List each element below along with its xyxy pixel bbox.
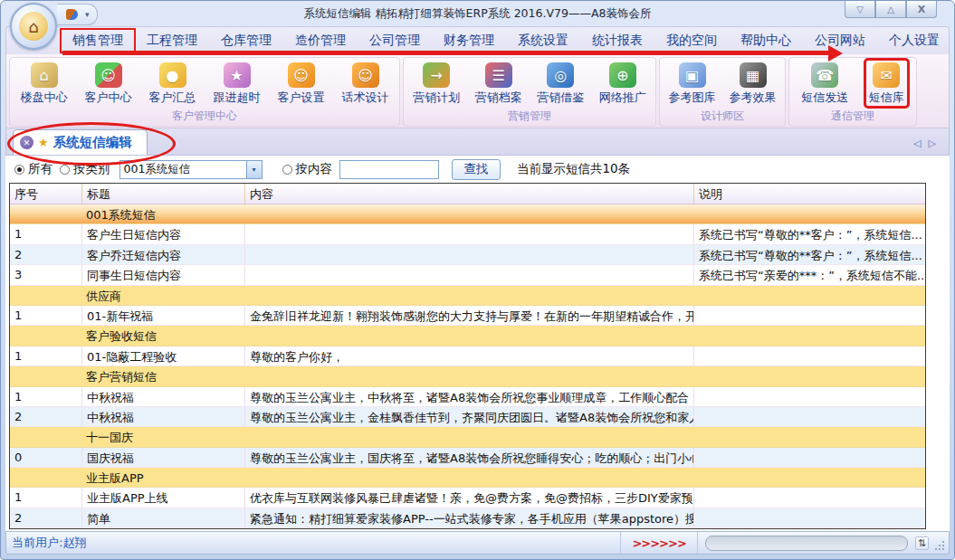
table-group-row[interactable]: 业主版APP bbox=[10, 468, 925, 488]
maximize-button[interactable]: △ bbox=[875, 1, 906, 18]
table-cell: 业主版APP上线 bbox=[82, 488, 245, 507]
menu-item-1[interactable]: 工程管理 bbox=[135, 29, 209, 52]
ribbon-button-1-1[interactable]: ☰营销档案 bbox=[472, 60, 526, 107]
ribbon-button-0-1[interactable]: ☺客户中心 bbox=[81, 60, 136, 107]
table-cell: 2 bbox=[10, 245, 82, 264]
ribbon-group-caption: 通信管理 bbox=[791, 109, 914, 126]
annotation-red-arrow-line bbox=[62, 51, 830, 55]
menu-item-6[interactable]: 系统设置 bbox=[506, 29, 580, 52]
header-note[interactable]: 说明 bbox=[694, 184, 925, 204]
tab-scroll-left-icon[interactable]: ◁ bbox=[913, 138, 921, 149]
table-cell bbox=[694, 407, 925, 426]
ribbon-button-0-5[interactable]: ☺话术设计 bbox=[339, 60, 393, 107]
app-orb-button[interactable]: ⌂ bbox=[10, 3, 57, 50]
menu-item-0[interactable]: 销售管理 bbox=[61, 29, 135, 52]
ribbon-button-label: 参考效果 bbox=[730, 90, 777, 106]
ribbon-button-label: 客户设置 bbox=[278, 90, 325, 106]
table-cell: 系统已书写“尊敬的**客户：”，系统短信... bbox=[694, 245, 925, 264]
table-row[interactable]: 101-隐蔽工程验收尊敬的客户你好， bbox=[10, 346, 925, 366]
followup-overdue-icon: ★ bbox=[224, 62, 251, 88]
ribbon-button-0-0[interactable]: ⌂楼盘中心 bbox=[17, 60, 72, 107]
ribbon-group-2: ▣参考图库▦参考效果设计师区 bbox=[659, 57, 786, 127]
table-row[interactable]: 2简单紧急通知：精打细算爱家装修APP--一站式装修专家，各手机应用（苹果app… bbox=[10, 508, 925, 528]
menu-item-3[interactable]: 造价管理 bbox=[283, 29, 358, 52]
ribbon-button-0-3[interactable]: ★跟进超时 bbox=[210, 60, 264, 107]
table-cell: 0 bbox=[10, 448, 82, 467]
table-row[interactable]: 1中秋祝福尊敬的玉兰公寓业主，中秋将至，诸暨A8装饰会所祝您事业顺理成章，工作顺… bbox=[10, 387, 925, 407]
find-button[interactable]: 查找 bbox=[452, 159, 501, 180]
ribbon-button-1-2[interactable]: ◎营销借鉴 bbox=[533, 60, 587, 107]
ribbon-group-caption: 客户管理中心 bbox=[12, 109, 397, 126]
table-row[interactable]: 0国庆祝福尊敬的玉兰公寓业主，国庆将至，诸暨A8装饰会所祝您睡得安心；吃的顺心；… bbox=[10, 448, 925, 468]
table-group-row[interactable]: 客户验收短信 bbox=[10, 326, 925, 346]
header-content[interactable]: 内容 bbox=[245, 184, 694, 204]
updown-icon[interactable]: ⇅ bbox=[915, 536, 929, 550]
sms-send-icon: ☎ bbox=[811, 62, 838, 88]
tab-system-sms-edit[interactable]: ✕ ★ 系统短信编辑 bbox=[13, 129, 148, 155]
ribbon-button-label: 话术设计 bbox=[342, 90, 389, 106]
menu-item-5[interactable]: 财务管理 bbox=[432, 29, 506, 52]
annotation-red-arrow-head bbox=[828, 45, 843, 62]
table-group-row[interactable]: 十一国庆 bbox=[10, 427, 925, 447]
table-row[interactable]: 2中秋祝福尊敬的玉兰公寓业主，金桂飘香佳节到，齐聚同庆团圆日。诸暨A8装饰会所祝… bbox=[10, 407, 925, 427]
tab-label: 系统短信编辑 bbox=[53, 134, 132, 151]
reference-effect-icon: ▦ bbox=[740, 62, 767, 88]
menu-item-4[interactable]: 公司管理 bbox=[358, 29, 432, 52]
radio-dot bbox=[14, 165, 24, 175]
menu-item-7[interactable]: 统计报表 bbox=[580, 29, 654, 52]
category-dropdown[interactable]: 001系统短信 ▾ bbox=[119, 160, 263, 179]
table-cell: 系统已书写“尊敬的**客户：”，系统短信... bbox=[694, 224, 925, 243]
radio-by-category[interactable]: 按类别 bbox=[60, 161, 110, 177]
table-group-row[interactable]: 001系统短信 bbox=[10, 204, 925, 224]
ribbon-group-0: ⌂楼盘中心☺客户中心●客户汇总★跟进超时☺客户设置☺话术设计客户管理中心 bbox=[9, 57, 400, 127]
table-cell: 中秋祝福 bbox=[82, 407, 245, 426]
table-row[interactable]: 1客户生日短信内容系统已书写“尊敬的**客户：”，系统短信... bbox=[10, 224, 925, 244]
table-cell: 同事生日短信内容 bbox=[82, 265, 245, 284]
statusbar: 当前用户:赵翔 >>>>>> ⇅ bbox=[5, 531, 950, 555]
ribbon-button-2-1[interactable]: ▦参考效果 bbox=[726, 60, 780, 107]
menu-item-8[interactable]: 我的空间 bbox=[654, 29, 729, 52]
minimize-button[interactable]: ▽ bbox=[845, 1, 875, 18]
radio-by-content[interactable]: 按内容 bbox=[282, 161, 333, 177]
content-search-input[interactable] bbox=[339, 160, 439, 179]
ribbon-button-label: 营销借鉴 bbox=[537, 90, 584, 106]
window-title: 系统短信编辑 精拓精打细算装饰ERP系统 2016.V79——A8装饰会所 bbox=[5, 6, 950, 22]
ribbon-button-0-2[interactable]: ●客户汇总 bbox=[146, 60, 200, 107]
table-row[interactable]: 101-新年祝福金兔辞旧祥龙迎新！翱翔装饰感谢您的大力支持与厚爱！在新的一年期望… bbox=[10, 306, 925, 326]
tab-close-icon[interactable]: ✕ bbox=[20, 136, 33, 149]
header-title[interactable]: 标题 bbox=[82, 184, 245, 204]
ribbon-button-1-3[interactable]: ⊕网络推广 bbox=[596, 60, 650, 107]
table-cell: 紧急通知：精打细算爱家装修APP--一站式装修专家，各手机应用（苹果appsto… bbox=[245, 508, 694, 527]
statusbar-right: >>>>>> ⇅ bbox=[620, 532, 949, 554]
table-row[interactable]: 1业主版APP上线优衣库与互联网装修风暴已肆虐诸暨！亲，免@费方案，免@费招标，… bbox=[10, 488, 925, 508]
tab-scroll-right-icon[interactable]: ▷ bbox=[929, 138, 936, 149]
table-group-row[interactable]: 客户营销短信 bbox=[10, 366, 925, 386]
table-cell: 1 bbox=[10, 387, 82, 406]
ribbon-button-1-0[interactable]: →营销计划 bbox=[409, 60, 463, 107]
ribbon-button-3-0[interactable]: ☎短信发送 bbox=[797, 60, 852, 107]
radio-all[interactable]: 所有 bbox=[14, 161, 53, 177]
menu-item-2[interactable]: 仓库管理 bbox=[209, 29, 283, 52]
chevron-down-icon[interactable]: ▾ bbox=[246, 161, 262, 178]
marketing-reference-icon: ◎ bbox=[547, 62, 574, 88]
table-group-row[interactable]: 供应商 bbox=[10, 286, 925, 306]
tabstrip: ✕ ★ 系统短信编辑 ◁ ▷ bbox=[5, 128, 950, 156]
ribbon-button-label: 楼盘中心 bbox=[21, 90, 68, 106]
table-row[interactable]: 3同事生日短信内容系统已书写“亲爱的***：”，系统短信不能... bbox=[10, 265, 925, 285]
network-promotion-icon: ⊕ bbox=[609, 62, 636, 88]
table-cell: 尊敬的玉兰公寓业主，金桂飘香佳节到，齐聚同庆团圆日。诸暨A8装饰会所祝您和家人中… bbox=[245, 407, 694, 426]
ribbon-button-2-0[interactable]: ▣参考图库 bbox=[665, 60, 720, 107]
menu-item-9[interactable]: 帮助中心 bbox=[729, 29, 803, 52]
table-cell: 国庆祝福 bbox=[82, 448, 245, 467]
table-cell: 01-新年祝福 bbox=[82, 306, 245, 325]
header-seq[interactable]: 序号 bbox=[10, 184, 82, 204]
table-cell: 尊敬的玉兰公寓业主，国庆将至，诸暨A8装饰会所祝您睡得安心；吃的顺心；出门小心；… bbox=[245, 448, 694, 467]
resize-grip-icon[interactable] bbox=[934, 540, 945, 551]
close-button[interactable]: X bbox=[906, 1, 937, 18]
ribbon-button-3-1[interactable]: ✉短信库 bbox=[865, 60, 908, 107]
table-header: 序号 标题 内容 说明 bbox=[10, 184, 925, 204]
menu-right-item-1[interactable]: 个人设置 bbox=[877, 29, 951, 52]
ribbon-button-0-4[interactable]: ☺客户设置 bbox=[274, 60, 329, 107]
table-row[interactable]: 2客户乔迁短信内容系统已书写“尊敬的**客户：”，系统短信... bbox=[10, 245, 925, 265]
table-cell bbox=[245, 245, 694, 264]
